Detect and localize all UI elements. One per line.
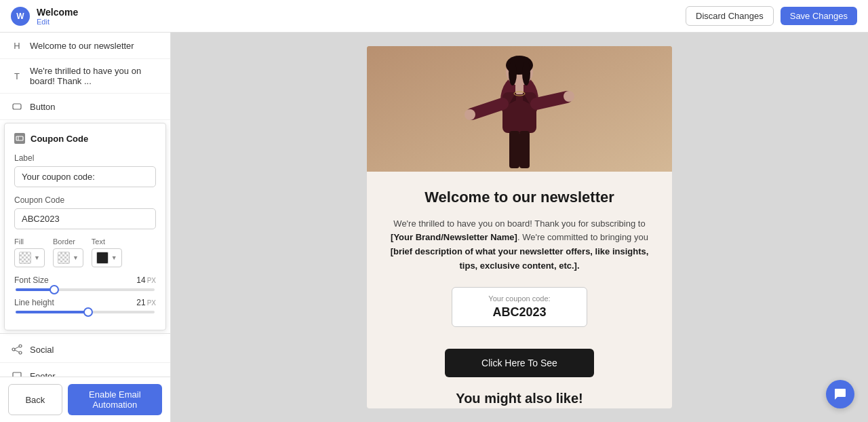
enable-automation-button[interactable]: Enable Email Automation	[68, 384, 162, 415]
svg-point-15	[509, 61, 517, 85]
fill-group: Fill ▼	[14, 237, 45, 267]
app-edit-link[interactable]: Edit	[37, 18, 78, 26]
fill-color-button[interactable]: ▼	[14, 248, 45, 267]
sidebar-item-footer[interactable]: Footer	[0, 363, 170, 377]
back-button[interactable]: Back	[8, 384, 62, 415]
font-size-value: 14	[130, 275, 146, 285]
sidebar-item-social[interactable]: Social	[0, 337, 170, 363]
style-row: Fill ▼ Border ▼ Text	[14, 237, 156, 267]
svg-rect-1	[16, 136, 23, 140]
hero-svg	[367, 46, 672, 172]
sidebar-footer-buttons: Back Enable Email Automation	[0, 377, 170, 422]
svg-line-6	[15, 347, 19, 349]
coupon-code-input[interactable]	[14, 208, 156, 229]
font-size-row: Font Size 14 PX	[14, 275, 156, 291]
font-size-track[interactable]	[16, 288, 155, 291]
line-height-fill	[16, 311, 88, 313]
coupon-panel-title: Coupon Code	[31, 134, 88, 144]
text-swatch	[96, 252, 108, 264]
coupon-icon	[14, 133, 25, 144]
font-size-label: Font Size	[14, 275, 49, 285]
coupon-code-field-label: Coupon Code	[14, 195, 156, 205]
email-title: Welcome to our newsletter	[389, 188, 650, 208]
font-size-header: Font Size 14 PX	[14, 275, 156, 285]
svg-rect-22	[509, 131, 519, 168]
text-chevron-icon: ▼	[111, 254, 117, 261]
line-height-unit: PX	[147, 299, 156, 307]
email-body: Welcome to our newsletter We're thrilled…	[367, 172, 672, 408]
svg-point-16	[522, 61, 530, 85]
sidebar-item-button[interactable]: Button	[0, 94, 170, 120]
line-height-value-group: 21 PX	[130, 298, 156, 307]
sidebar-item-heading-label: Welcome to our newsletter	[30, 41, 134, 51]
sidebar-items: H Welcome to our newsletter T We're thri…	[0, 33, 170, 377]
fill-label: Fill	[14, 237, 45, 246]
svg-point-20	[465, 109, 475, 120]
svg-line-19	[536, 97, 567, 104]
main-layout: H Welcome to our newsletter T We're thri…	[0, 33, 868, 422]
cta-button[interactable]: Click Here To See	[445, 349, 594, 377]
line-height-header: Line height 21 PX	[14, 298, 156, 307]
sidebar: H Welcome to our newsletter T We're thri…	[0, 33, 171, 422]
line-height-label: Line height	[14, 298, 54, 307]
sidebar-item-text-label: We're thrilled to have you on board! Tha…	[30, 66, 159, 86]
social-icon	[11, 343, 23, 356]
line-height-value: 21	[130, 298, 146, 307]
coupon-panel: Coupon Code Label Coupon Code Fill ▼	[4, 123, 166, 330]
line-height-row: Line height 21 PX	[14, 298, 156, 313]
coupon-panel-header: Coupon Code	[14, 133, 156, 144]
text-color-button[interactable]: ▼	[92, 248, 122, 267]
font-size-value-group: 14 PX	[130, 275, 156, 285]
svg-point-4	[19, 345, 22, 347]
button-icon	[11, 100, 23, 113]
label-field-label: Label	[14, 153, 156, 163]
font-size-fill	[16, 288, 54, 291]
chat-bubble-button[interactable]	[826, 380, 854, 408]
app-logo: W	[11, 7, 30, 26]
text-group: Text ▼	[92, 237, 122, 267]
section-title: You might also like!	[389, 391, 650, 406]
text-label: Text	[92, 237, 122, 246]
email-hero-image	[367, 46, 672, 172]
sidebar-item-heading[interactable]: H Welcome to our newsletter	[0, 33, 170, 59]
app-title: Welcome	[37, 7, 78, 18]
coupon-box-code: ABC2023	[463, 305, 576, 320]
border-swatch	[58, 252, 70, 264]
text-icon: T	[11, 70, 23, 82]
sidebar-footer-label: Footer	[30, 371, 56, 377]
email-preview: Welcome to our newsletter We're thrilled…	[367, 46, 672, 408]
heading-icon: H	[11, 39, 23, 52]
sidebar-bottom-items: Social Footer	[0, 333, 170, 377]
sidebar-social-label: Social	[30, 345, 54, 355]
fill-chevron-icon: ▼	[34, 254, 40, 261]
email-subtitle: We're thrilled to have you on board! Tha…	[389, 217, 650, 273]
coupon-box: Your coupon code: ABC2023	[452, 287, 587, 327]
coupon-box-label: Your coupon code:	[463, 294, 576, 303]
discard-button[interactable]: Discard Changes	[686, 6, 774, 26]
app-title-group: Welcome Edit	[37, 7, 78, 26]
line-height-thumb[interactable]	[83, 307, 93, 317]
svg-point-21	[564, 91, 574, 102]
border-chevron-icon: ▼	[73, 254, 79, 261]
sidebar-item-text[interactable]: T We're thrilled to have you on board! T…	[0, 59, 170, 94]
svg-line-7	[15, 350, 19, 352]
border-color-button[interactable]: ▼	[53, 248, 83, 267]
svg-rect-17	[502, 92, 536, 133]
label-input[interactable]	[14, 166, 156, 187]
border-label: Border	[53, 237, 83, 246]
border-group: Border ▼	[53, 237, 83, 267]
sidebar-item-button-label: Button	[30, 102, 56, 112]
font-size-unit: PX	[147, 277, 156, 284]
fill-swatch	[19, 252, 31, 264]
save-button[interactable]: Save Changes	[781, 7, 857, 25]
font-size-thumb[interactable]	[50, 285, 59, 294]
preview-area: Welcome to our newsletter We're thrilled…	[171, 33, 868, 422]
footer-icon	[11, 370, 23, 377]
chat-icon	[833, 387, 847, 401]
topbar-left: W Welcome Edit	[11, 7, 78, 26]
topbar-right: Discard Changes Save Changes	[686, 6, 857, 26]
svg-rect-23	[519, 131, 530, 168]
svg-point-3	[12, 348, 15, 351]
svg-rect-0	[13, 104, 21, 109]
line-height-track[interactable]	[16, 311, 155, 313]
